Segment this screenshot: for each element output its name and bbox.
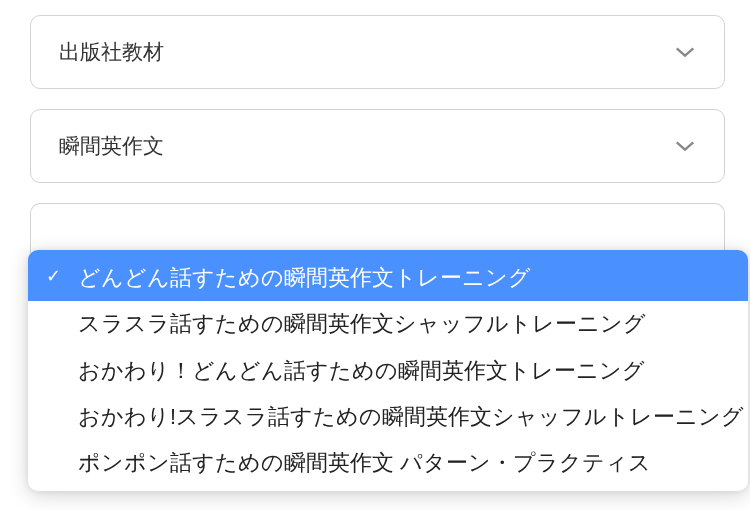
dropdown-option-label: スラスラ話すための瞬間英作文シャッフルトレーニング xyxy=(78,312,646,336)
select-instant-composition[interactable]: 瞬間英作文 xyxy=(30,109,725,183)
select-label: 出版社教材 xyxy=(59,38,164,66)
dropdown-option-label: ポンポン話すための瞬間英作文 パターン・プラクティス xyxy=(78,451,651,475)
dropdown-option[interactable]: ✓ ポンポン話すための瞬間英作文 パターン・プラクティス xyxy=(28,440,748,491)
dropdown-option-label: どんどん話すための瞬間英作文トレーニング xyxy=(78,266,531,290)
dropdown-book-options: ✓ どんどん話すための瞬間英作文トレーニング ✓ スラスラ話すための瞬間英作文シ… xyxy=(28,250,748,491)
dropdown-option[interactable]: ✓ おかわり!スラスラ話すための瞬間英作文シャッフルトレーニング xyxy=(28,394,748,440)
check-icon: ✓ xyxy=(46,262,61,289)
dropdown-option-label: おかわり!スラスラ話すための瞬間英作文シャッフルトレーニング xyxy=(78,405,744,429)
select-publisher-materials[interactable]: 出版社教材 xyxy=(30,15,725,89)
chevron-down-icon xyxy=(674,41,696,63)
select-book-collapsed[interactable] xyxy=(30,203,725,253)
chevron-down-icon xyxy=(674,135,696,157)
dropdown-option[interactable]: ✓ スラスラ話すための瞬間英作文シャッフルトレーニング xyxy=(28,301,748,347)
dropdown-option-label: おかわり！どんどん話すための瞬間英作文トレーニング xyxy=(78,359,645,383)
select-label: 瞬間英作文 xyxy=(59,132,164,160)
dropdown-option[interactable]: ✓ おかわり！どんどん話すための瞬間英作文トレーニング xyxy=(28,348,748,394)
dropdown-option[interactable]: ✓ どんどん話すための瞬間英作文トレーニング xyxy=(28,250,748,301)
